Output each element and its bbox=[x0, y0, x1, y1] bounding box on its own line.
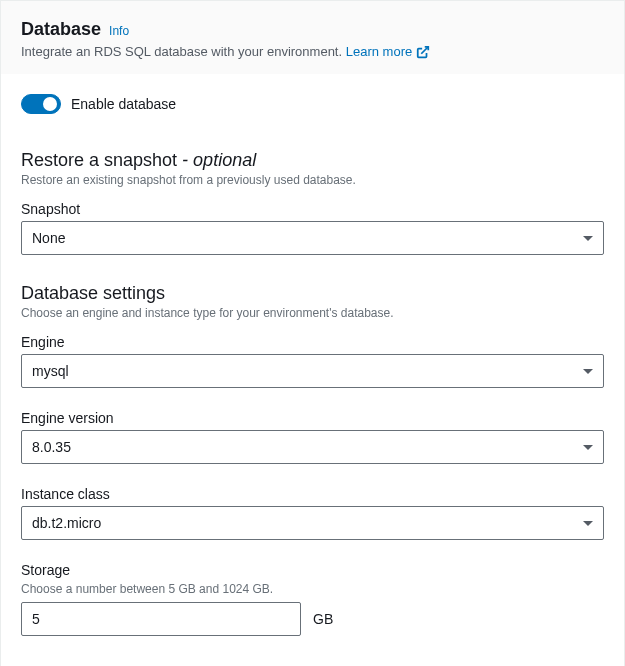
snapshot-label: Snapshot bbox=[21, 201, 604, 217]
engine-version-field: Engine version 8.0.35 bbox=[21, 410, 604, 464]
storage-field: Storage Choose a number between 5 GB and… bbox=[21, 562, 604, 636]
snapshot-select-value: None bbox=[32, 230, 65, 246]
restore-snapshot-section: Restore a snapshot - optional Restore an… bbox=[21, 150, 604, 255]
storage-input[interactable] bbox=[21, 602, 301, 636]
engine-version-label: Engine version bbox=[21, 410, 604, 426]
restore-section-title: Restore a snapshot - optional bbox=[21, 150, 604, 171]
engine-version-select[interactable]: 8.0.35 bbox=[21, 430, 604, 464]
engine-select-wrapper: mysql bbox=[21, 354, 604, 388]
database-panel: Database Info Integrate an RDS SQL datab… bbox=[0, 0, 625, 666]
engine-select[interactable]: mysql bbox=[21, 354, 604, 388]
instance-class-select-value: db.t2.micro bbox=[32, 515, 101, 531]
restore-title-text: Restore a snapshot bbox=[21, 150, 177, 170]
info-link[interactable]: Info bbox=[109, 24, 129, 38]
external-link-icon bbox=[416, 45, 430, 59]
panel-title: Database bbox=[21, 19, 101, 40]
panel-header: Database Info Integrate an RDS SQL datab… bbox=[1, 1, 624, 74]
panel-description-text: Integrate an RDS SQL database with your … bbox=[21, 44, 342, 59]
learn-more-text: Learn more bbox=[346, 44, 412, 59]
storage-label: Storage bbox=[21, 562, 604, 578]
toggle-knob bbox=[43, 97, 57, 111]
panel-description: Integrate an RDS SQL database with your … bbox=[21, 44, 604, 59]
enable-database-label: Enable database bbox=[71, 96, 176, 112]
settings-section-title: Database settings bbox=[21, 283, 604, 304]
enable-database-toggle[interactable] bbox=[21, 94, 61, 114]
snapshot-select[interactable]: None bbox=[21, 221, 604, 255]
database-settings-section: Database settings Choose an engine and i… bbox=[21, 283, 604, 636]
panel-title-row: Database Info bbox=[21, 19, 604, 40]
snapshot-field: Snapshot None bbox=[21, 201, 604, 255]
snapshot-select-wrapper: None bbox=[21, 221, 604, 255]
storage-hint: Choose a number between 5 GB and 1024 GB… bbox=[21, 582, 604, 596]
panel-body: Enable database Restore a snapshot - opt… bbox=[1, 74, 624, 666]
instance-class-label: Instance class bbox=[21, 486, 604, 502]
engine-field: Engine mysql bbox=[21, 334, 604, 388]
instance-class-select-wrapper: db.t2.micro bbox=[21, 506, 604, 540]
learn-more-link[interactable]: Learn more bbox=[346, 44, 430, 59]
restore-optional-text: - optional bbox=[182, 150, 256, 170]
enable-database-row: Enable database bbox=[21, 94, 604, 114]
engine-select-value: mysql bbox=[32, 363, 69, 379]
settings-section-desc: Choose an engine and instance type for y… bbox=[21, 306, 604, 320]
storage-unit: GB bbox=[313, 611, 333, 627]
engine-label: Engine bbox=[21, 334, 604, 350]
instance-class-select[interactable]: db.t2.micro bbox=[21, 506, 604, 540]
engine-version-select-value: 8.0.35 bbox=[32, 439, 71, 455]
engine-version-select-wrapper: 8.0.35 bbox=[21, 430, 604, 464]
restore-section-desc: Restore an existing snapshot from a prev… bbox=[21, 173, 604, 187]
instance-class-field: Instance class db.t2.micro bbox=[21, 486, 604, 540]
storage-input-row: GB bbox=[21, 602, 604, 636]
